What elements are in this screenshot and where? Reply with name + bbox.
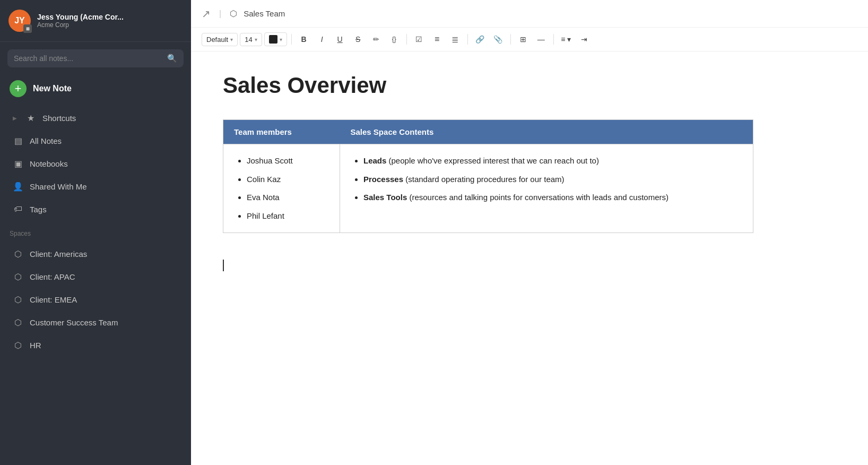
space-icon: ⬡ [13, 340, 23, 350]
strikethrough-button[interactable]: S [350, 32, 366, 47]
sidebar-item-hr[interactable]: ⬡ HR [3, 334, 188, 356]
item-term: Sales Tools [363, 193, 407, 202]
topbar: ↗ | ⬡ Sales Team [191, 0, 868, 28]
search-input[interactable] [14, 54, 163, 63]
align-button[interactable]: ≡ ▾ [558, 32, 574, 47]
toolbar-separator [406, 34, 407, 45]
attachment-button[interactable]: 📎 [490, 32, 506, 47]
toolbar-separator [510, 34, 511, 45]
sidebar-item-label: Notebooks [30, 159, 68, 168]
notebooks-icon: ▣ [13, 159, 23, 169]
main-panel: ↗ | ⬡ Sales Team Default ▾ 14 ▾ ▾ B I U … [191, 0, 868, 465]
contents-list: Leads (people who've expressed interest … [353, 155, 740, 204]
item-desc: (people who've expressed interest that w… [386, 156, 599, 165]
item-term: Leads [363, 156, 386, 165]
table-button[interactable]: ⊞ [515, 32, 531, 47]
topbar-space-title: Sales Team [244, 9, 285, 18]
spaces-nav: ⬡ Client: Americas ⬡ Client: APAC ⬡ Clie… [0, 240, 191, 359]
chevron-down-icon: ▾ [255, 37, 257, 42]
cursor [223, 249, 836, 273]
shortcuts-icon: ★ [25, 113, 36, 123]
user-org: Acme Corp [37, 21, 124, 29]
spaces-section-label: Spaces [0, 222, 191, 240]
indent-button[interactable]: ⇥ [576, 32, 592, 47]
sidebar-item-client-americas[interactable]: ⬡ Client: Americas [3, 243, 188, 265]
chevron-right-icon: ▶ [13, 115, 17, 121]
shared-icon: 👤 [13, 182, 23, 192]
list-item: Leads (people who've expressed interest … [363, 155, 740, 167]
new-note-button[interactable]: + New Note [0, 73, 191, 105]
link-button[interactable]: 🔗 [472, 32, 488, 47]
chevron-down-icon: ▾ [230, 37, 233, 42]
space-icon: ⬡ [13, 249, 23, 259]
table-cell-members: Joshua Scott Colin Kaz Eva Nota Phil Lef… [223, 144, 340, 233]
font-family-label: Default [206, 36, 228, 44]
italic-button[interactable]: I [314, 32, 330, 47]
user-name: Jess Young (Acme Cor... [37, 13, 124, 21]
all-notes-icon: ▤ [13, 136, 23, 146]
item-desc: (resources and talking points for conver… [407, 193, 669, 202]
font-family-select[interactable]: Default ▾ [202, 33, 238, 46]
bold-button[interactable]: B [296, 32, 312, 47]
font-size-select[interactable]: 14 ▾ [240, 33, 262, 46]
color-select[interactable]: ▾ [264, 32, 287, 46]
tags-icon: 🏷 [13, 204, 23, 214]
table-header-members: Team members [223, 120, 340, 144]
sidebar-item-label: All Notes [30, 136, 62, 145]
highlight-button[interactable]: ✏ [368, 32, 384, 47]
sidebar-item-shortcuts[interactable]: ▶ ★ Shortcuts [3, 107, 188, 129]
sidebar-item-client-apac[interactable]: ⬡ Client: APAC [3, 266, 188, 288]
content-table: Team members Sales Space Contents Joshua… [223, 119, 753, 233]
list-item: Joshua Scott [247, 155, 327, 167]
user-info: Jess Young (Acme Cor... Acme Corp [37, 13, 124, 29]
checkbox-button[interactable]: ☑ [411, 32, 427, 47]
toolbar-separator [291, 34, 292, 45]
new-note-label: New Note [33, 84, 72, 93]
color-swatch [269, 35, 277, 44]
space-label: Client: APAC [30, 272, 75, 281]
ordered-list-button[interactable]: ≣ [447, 32, 463, 47]
search-bar[interactable]: 🔍 [7, 49, 184, 67]
space-label: Client: Americas [30, 249, 87, 259]
sidebar-item-label: Shortcuts [42, 114, 76, 123]
sidebar-item-label: Tags [30, 205, 47, 214]
avatar[interactable]: JY ⊞ [8, 10, 31, 32]
space-icon: ⬡ [13, 272, 23, 282]
sidebar-item-shared-with-me[interactable]: 👤 Shared With Me [3, 176, 188, 197]
list-item: Phil Lefant [247, 210, 327, 222]
toolbar-separator [553, 34, 554, 45]
sidebar-header: JY ⊞ Jess Young (Acme Cor... Acme Corp [0, 0, 191, 42]
table-cell-contents: Leads (people who've expressed interest … [340, 144, 753, 233]
space-label: HR [30, 341, 41, 350]
sidebar-item-label: Shared With Me [30, 182, 87, 191]
formatting-toolbar: Default ▾ 14 ▾ ▾ B I U S ✏ {} ☑ ≡ ≣ 🔗 📎 … [191, 28, 868, 51]
note-title[interactable]: Sales Overview [223, 73, 836, 98]
font-size-label: 14 [245, 36, 252, 44]
list-item: Processes (standard operating procedures… [363, 174, 740, 186]
table-header-contents: Sales Space Contents [340, 120, 753, 144]
topbar-divider: | [219, 9, 221, 19]
sidebar-item-customer-success[interactable]: ⬡ Customer Success Team [3, 312, 188, 333]
avatar-badge: ⊞ [23, 24, 32, 33]
list-item: Sales Tools (resources and talking point… [363, 192, 740, 204]
sidebar-nav: ▶ ★ Shortcuts ▤ All Notes ▣ Notebooks 👤 … [0, 105, 191, 222]
list-item: Eva Nota [247, 192, 327, 204]
bullet-list-button[interactable]: ≡ [429, 32, 445, 47]
sidebar: JY ⊞ Jess Young (Acme Cor... Acme Corp 🔍… [0, 0, 191, 465]
space-icon: ⬡ [13, 317, 23, 328]
item-term: Processes [363, 175, 403, 184]
chevron-down-icon: ▾ [280, 37, 282, 42]
new-note-plus-icon: + [10, 80, 27, 97]
sidebar-item-tags[interactable]: 🏷 Tags [3, 199, 188, 220]
item-desc: (standard operating procedures for our t… [403, 175, 565, 184]
sidebar-item-all-notes[interactable]: ▤ All Notes [3, 130, 188, 152]
back-button[interactable]: ↗ [202, 7, 211, 20]
toolbar-separator [467, 34, 468, 45]
editor-area[interactable]: Sales Overview Team members Sales Space … [191, 51, 868, 465]
search-icon: 🔍 [167, 54, 177, 63]
underline-button[interactable]: U [332, 32, 348, 47]
sidebar-item-notebooks[interactable]: ▣ Notebooks [3, 153, 188, 175]
code-button[interactable]: {} [386, 32, 402, 47]
divider-button[interactable]: — [533, 32, 549, 47]
sidebar-item-client-emea[interactable]: ⬡ Client: EMEA [3, 289, 188, 311]
